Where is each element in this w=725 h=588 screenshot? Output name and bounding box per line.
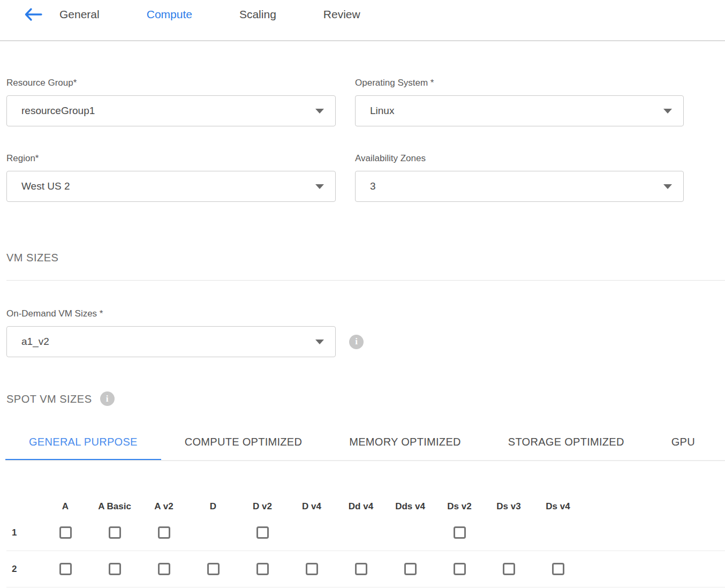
vm-column-ds-v3: Ds v3 [484, 501, 533, 512]
cell-2-a [41, 563, 90, 575]
selected-value: resourceGroup1 [21, 105, 95, 117]
cell-2-ds-v3 [484, 563, 533, 575]
vm-size-checkbox-a-basic-row1[interactable] [109, 526, 121, 539]
vm-size-checkbox-a-basic-row2[interactable] [109, 563, 121, 575]
wizard-nav: GeneralComputeScalingReview [0, 0, 725, 41]
vm-size-checkbox-a-row2[interactable] [59, 563, 72, 575]
spot-row-1: 1 [6, 515, 725, 551]
cell-2-dds-v4 [386, 563, 435, 575]
spot-tab-compute-optimized[interactable]: COMPUTE OPTIMIZED [161, 432, 326, 460]
field-operating-system: Operating System *Linux [355, 78, 684, 126]
vm-size-checkbox-d-row2[interactable] [207, 563, 220, 575]
vm-table-header: AA BasicA v2DD v2D v4Dd v4Dds v4Ds v2Ds … [6, 499, 725, 515]
vm-column-dds-v4: Dds v4 [386, 501, 435, 512]
spot-vm-size-table: AA BasicA v2DD v2D v4Dd v4Dds v4Ds v2Ds … [6, 499, 725, 587]
spot-vm-sizes-section-title: SPOT VM SIZES [6, 393, 92, 405]
vm-column-a: A [41, 501, 90, 512]
vm-size-checkbox-a-v2-row1[interactable] [158, 526, 170, 539]
tab-general[interactable]: General [59, 7, 100, 21]
vm-column-ds-v4: Ds v4 [533, 501, 583, 512]
info-icon[interactable]: i [349, 335, 364, 349]
cell-1-a [41, 526, 90, 539]
wizard-steps: GeneralComputeScalingReview [59, 7, 360, 21]
field-resource-group: Resource Group*resourceGroup1 [6, 78, 336, 126]
cell-2-d-v4 [287, 563, 336, 575]
row-label: 1 [6, 527, 41, 538]
vm-size-checkbox-d-v2-row2[interactable] [256, 563, 269, 575]
spot-vm-category-tabs: GENERAL PURPOSECOMPUTE OPTIMIZEDMEMORY O… [5, 432, 725, 461]
chevron-down-icon [315, 109, 324, 114]
row-label: 2 [6, 564, 41, 575]
field-label: Region* [6, 153, 336, 164]
selected-value: West US 2 [21, 180, 70, 192]
select-resource-group[interactable]: resourceGroup1 [6, 95, 336, 126]
chevron-down-icon [315, 184, 324, 189]
on-demand-vm-sizes-select[interactable]: a1_v2 [6, 326, 336, 357]
cell-2-ds-v4 [533, 563, 583, 575]
cell-2-dd-v4 [336, 563, 386, 575]
vm-column-a-v2: A v2 [139, 501, 188, 512]
on-demand-vm-sizes-label: On-Demand VM Sizes * [6, 308, 725, 319]
field-label: Operating System * [355, 78, 684, 88]
vm-size-checkbox-ds-v2-row2[interactable] [454, 563, 466, 575]
section-divider [6, 280, 725, 281]
chevron-down-icon [663, 184, 672, 189]
cell-2-ds-v2 [435, 563, 484, 575]
vm-size-checkbox-ds-v2-row1[interactable] [454, 526, 466, 539]
cell-2-a-v2 [139, 563, 188, 575]
back-button[interactable] [24, 7, 43, 22]
vm-column-ds-v2: Ds v2 [435, 501, 484, 512]
select-operating-system[interactable]: Linux [355, 95, 684, 126]
select-region[interactable]: West US 2 [6, 171, 336, 202]
spot-tab-general-purpose[interactable]: GENERAL PURPOSE [5, 432, 161, 460]
compute-step-content: Resource Group*resourceGroup1Operating S… [0, 78, 725, 587]
cell-2-a-basic [90, 563, 139, 575]
chevron-down-icon [663, 109, 672, 114]
vm-column-a-basic: A Basic [90, 501, 139, 512]
selected-value: a1_v2 [21, 336, 49, 348]
vm-size-checkbox-dds-v4-row2[interactable] [404, 563, 417, 575]
vm-size-checkbox-ds-v4-row2[interactable] [552, 563, 564, 575]
tab-review[interactable]: Review [323, 7, 360, 21]
vm-column-d: D [188, 501, 238, 512]
vm-column-d-v2: D v2 [238, 501, 287, 512]
cell-1-ds-v2 [435, 526, 484, 539]
tab-scaling[interactable]: Scaling [239, 7, 276, 21]
tab-compute[interactable]: Compute [147, 7, 192, 21]
selected-value: 3 [370, 180, 376, 192]
vm-column-d-v4: D v4 [287, 501, 336, 512]
info-icon[interactable]: i [100, 391, 115, 406]
spot-row-2: 2 [6, 551, 725, 587]
vm-size-checkbox-ds-v3-row2[interactable] [503, 563, 515, 575]
vm-column-dd-v4: Dd v4 [336, 501, 386, 512]
spot-tab-gpu[interactable]: GPU [648, 432, 719, 460]
vm-size-checkbox-d-v4-row2[interactable] [306, 563, 318, 575]
field-label: Availability Zones [355, 153, 684, 164]
vm-sizes-section-title: VM SIZES [6, 251, 725, 264]
compute-form: Resource Group*resourceGroup1Operating S… [6, 78, 684, 202]
field-label: Resource Group* [6, 78, 336, 88]
cell-1-a-basic [90, 526, 139, 539]
spot-tab-storage-optimized[interactable]: STORAGE OPTIMIZED [485, 432, 648, 460]
chevron-down-icon [315, 340, 324, 344]
cell-1-d-v2 [238, 526, 287, 539]
vm-size-checkbox-a-v2-row2[interactable] [158, 563, 170, 575]
field-region: Region*West US 2 [6, 153, 336, 202]
cell-2-d-v2 [238, 563, 287, 575]
vm-size-checkbox-d-v2-row1[interactable] [256, 526, 269, 539]
field-availability-zones: Availability Zones3 [355, 153, 684, 202]
vm-size-checkbox-a-row1[interactable] [59, 526, 72, 539]
vm-size-checkbox-dd-v4-row2[interactable] [355, 563, 367, 575]
cell-1-a-v2 [139, 526, 188, 539]
select-availability-zones[interactable]: 3 [355, 171, 684, 202]
spot-tab-memory-optimized[interactable]: MEMORY OPTIMIZED [326, 432, 485, 460]
cell-2-d [188, 563, 238, 575]
selected-value: Linux [370, 105, 394, 117]
back-arrow-icon [24, 7, 43, 21]
